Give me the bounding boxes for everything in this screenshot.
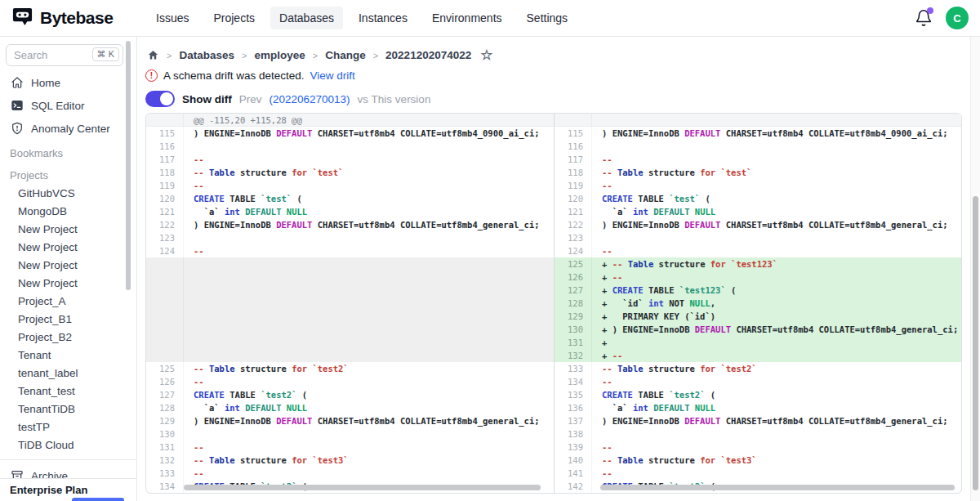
line-number: 120: [555, 192, 592, 205]
sidebar-item-anomaly-center[interactable]: Anomaly Center: [0, 117, 136, 140]
view-drift-link[interactable]: View drift: [310, 69, 355, 82]
line-number: 140: [555, 454, 592, 467]
code-line: ) ENGINE=InnoDB DEFAULT CHARSET=utf8mb4 …: [184, 127, 540, 140]
project-item[interactable]: Tenant: [0, 346, 136, 364]
show-diff-toggle[interactable]: [145, 91, 175, 107]
plan-upgrade-sliver[interactable]: [72, 498, 124, 501]
search-box[interactable]: ⌘ K: [6, 44, 123, 66]
notifications-button[interactable]: [915, 9, 933, 27]
line-number: 125: [555, 257, 592, 271]
line-number: 131: [555, 336, 592, 349]
line-number: 128: [555, 297, 592, 310]
star-icon[interactable]: ☆: [480, 48, 492, 62]
code-line: --: [592, 179, 612, 192]
sidebar-item-home[interactable]: Home: [0, 71, 136, 94]
projects-list: GitHubVCSMongoDBNew ProjectNew ProjectNe…: [0, 184, 136, 454]
project-item[interactable]: Tenant_test: [0, 382, 136, 400]
line-number: 118: [146, 166, 184, 179]
terminal-icon: [10, 99, 24, 113]
code-line: [592, 427, 602, 441]
breadcrumb-item[interactable]: 20221202074022: [385, 49, 471, 61]
code-line: [592, 140, 602, 153]
project-item[interactable]: tenant_label: [0, 364, 136, 382]
nav-item-environments[interactable]: Environments: [423, 7, 511, 29]
diff-row: 129+ PRIMARY KEY (`id`): [555, 310, 961, 323]
warning-icon: !: [145, 69, 158, 82]
code-line: --: [184, 375, 204, 388]
diff-row: 122) ENGINE=InnoDB DEFAULT CHARSET=utf8m…: [555, 218, 961, 231]
diff-left-hscrollbar[interactable]: [184, 485, 541, 490]
line-number: [146, 310, 184, 323]
line-number: [555, 114, 592, 126]
sidebar-item-sql-editor[interactable]: SQL Editor: [0, 94, 136, 117]
code-line: [184, 310, 194, 323]
code-line: -- Table structure for `test3`: [184, 454, 349, 467]
project-item[interactable]: TenantTiDB: [0, 400, 136, 418]
code-line: --: [184, 441, 204, 454]
nav-item-projects[interactable]: Projects: [204, 7, 264, 29]
diff-row: 132+ --: [555, 349, 961, 362]
line-number: 116: [555, 140, 592, 153]
avatar[interactable]: C: [946, 7, 969, 29]
project-item[interactable]: New Project: [0, 256, 136, 274]
project-item[interactable]: New Project: [0, 220, 136, 238]
project-item[interactable]: New Project: [0, 238, 136, 256]
brand[interactable]: Bytebase: [11, 6, 147, 31]
project-item[interactable]: Project_B2: [0, 328, 136, 346]
line-number: 119: [146, 179, 184, 192]
project-item[interactable]: Project_A: [0, 292, 136, 310]
code-line: --: [592, 467, 612, 480]
code-line: [592, 231, 602, 244]
diff-row: 130: [146, 427, 554, 441]
breadcrumb-item[interactable]: Change: [325, 49, 366, 61]
prev-version-link[interactable]: (202206270013): [270, 93, 350, 105]
diff-pane-left[interactable]: @@ -115,20 +115,28 @@115) ENGINE=InnoDB …: [146, 114, 554, 493]
code-line: `a` int DEFAULT NULL: [592, 401, 715, 414]
page-scrollbar[interactable]: [970, 37, 980, 501]
prev-label: Prev: [239, 93, 262, 105]
code-line: --: [184, 244, 204, 257]
line-number: [146, 297, 184, 310]
nav-item-issues[interactable]: Issues: [147, 7, 198, 29]
diff-row: 117--: [555, 153, 961, 166]
diff-row: 135CREATE TABLE `test2` (: [555, 388, 961, 401]
top-navbar: Bytebase IssuesProjectsDatabasesInstance…: [0, 0, 980, 37]
diff-row: 129) ENGINE=InnoDB DEFAULT CHARSET=utf8m…: [146, 414, 554, 427]
diff-right-hscrollbar[interactable]: [600, 485, 955, 490]
nav-item-databases[interactable]: Databases: [270, 7, 343, 29]
breadcrumb-item[interactable]: employee: [254, 49, 305, 61]
breadcrumb-item[interactable]: Databases: [179, 49, 234, 61]
diff-row: 134--: [555, 375, 961, 388]
diff-pane-right[interactable]: 115) ENGINE=InnoDB DEFAULT CHARSET=utf8m…: [554, 114, 961, 493]
line-number: 141: [555, 467, 592, 480]
sidebar-divider: [0, 459, 136, 460]
nav-item-settings[interactable]: Settings: [518, 7, 577, 29]
project-item[interactable]: MongoDB: [0, 202, 136, 220]
code-line: CREATE TABLE `test2` (: [592, 388, 715, 401]
nav-item-instances[interactable]: Instances: [350, 7, 416, 29]
code-line: + --: [592, 271, 622, 284]
diff-row: [146, 271, 554, 284]
line-number: 118: [555, 166, 592, 179]
diff-row: 117--: [146, 153, 554, 166]
project-item[interactable]: TiDB Cloud: [0, 436, 136, 454]
diff-row: 119--: [146, 179, 554, 192]
line-number: 126: [146, 375, 184, 388]
page-scrollbar-thumb[interactable]: [973, 196, 978, 490]
home-icon[interactable]: [147, 49, 159, 61]
line-number: 130: [146, 427, 184, 441]
sidebar-item-label: SQL Editor: [31, 100, 85, 112]
project-item[interactable]: New Project: [0, 274, 136, 292]
project-item[interactable]: GitHubVCS: [0, 184, 136, 202]
line-number: 134: [555, 375, 592, 388]
line-number: [146, 349, 184, 362]
project-item[interactable]: testTP: [0, 418, 136, 436]
line-number: 117: [555, 153, 592, 166]
diff-row: 116: [555, 140, 961, 153]
project-item[interactable]: Project_B1: [0, 310, 136, 328]
line-number: [146, 114, 184, 126]
search-input[interactable]: [14, 49, 84, 61]
sidebar-scrollbar[interactable]: [126, 41, 131, 290]
code-line: --: [592, 375, 612, 388]
diff-row: 133--: [146, 467, 554, 480]
